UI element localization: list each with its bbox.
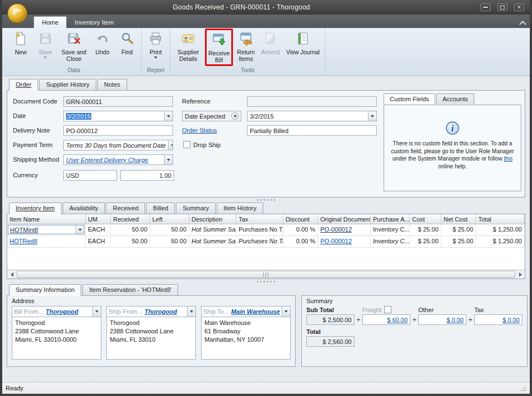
tab-summary[interactable]: Summary (176, 202, 216, 214)
ribbon-tab-inventory-item[interactable]: Inventory Item (67, 17, 122, 28)
tab-order[interactable]: Order (9, 79, 38, 91)
date-expected-selector[interactable]: Date Expected (182, 111, 241, 121)
amend-button[interactable]: Amend (258, 29, 283, 66)
supplier-details-button[interactable]: Supplier Details (172, 29, 204, 66)
net-cost-cell[interactable]: $ 25.00 (441, 224, 476, 235)
save-button[interactable]: Save (33, 29, 58, 66)
um-cell[interactable]: EACH (86, 236, 111, 247)
column-header-description[interactable]: Description (189, 214, 236, 224)
item-name-link[interactable]: HOTMint8 (10, 227, 38, 233)
tab-received[interactable]: Received (106, 202, 145, 214)
tab-supplier-history[interactable]: Supplier History (39, 79, 96, 90)
reference-field[interactable] (247, 96, 377, 107)
total-cell[interactable]: $ 1,250.00 (476, 224, 525, 235)
original-document-link[interactable]: PO-000012 (320, 238, 352, 244)
other-field[interactable]: $ 0.00 (418, 314, 466, 325)
date-expected-field[interactable]: 3/2/2015 (247, 111, 377, 121)
total-cell[interactable]: $ 1,250.00 (476, 236, 525, 247)
column-header-um[interactable]: UM (86, 214, 111, 224)
item-name-dropdown-icon[interactable] (76, 225, 84, 234)
ship-from-link[interactable]: Thorogood (144, 308, 187, 315)
original-document-link[interactable]: PO-000012 (320, 226, 352, 233)
column-header-left[interactable]: Left (150, 214, 189, 224)
column-header-net-cost[interactable]: Net Cost (441, 214, 476, 224)
other-value-link[interactable]: $ 0.00 (446, 317, 464, 323)
freight-value-link[interactable]: $ 60.00 (387, 317, 408, 323)
exchange-rate-field[interactable]: 1.00 (120, 170, 174, 181)
scrollbar-thumb[interactable] (17, 271, 515, 278)
date-dropdown-icon[interactable] (164, 111, 172, 121)
column-header-received[interactable]: Received (111, 214, 150, 224)
date-expected-selector-dropdown-icon[interactable] (231, 112, 239, 120)
new-button[interactable]: New (8, 29, 33, 66)
undo-button[interactable]: Undo (90, 29, 115, 66)
item-name-combo[interactable]: HOTMint8 (8, 225, 85, 234)
left-cell[interactable]: 50.00 (150, 224, 189, 235)
column-header-item-name[interactable]: Item Name (7, 214, 86, 224)
shipping-method-dropdown-icon[interactable] (164, 155, 172, 164)
tax-cell[interactable]: Purchases No Tax (236, 236, 283, 247)
bill-from-link[interactable]: Thorogood (46, 308, 92, 315)
discount-cell[interactable]: 0.00 % (283, 236, 318, 247)
um-cell[interactable]: EACH (86, 224, 111, 235)
description-cell[interactable]: Hot Summer Sand... (189, 224, 236, 235)
splitter-top[interactable] (7, 197, 525, 202)
close-button[interactable]: × (514, 3, 524, 11)
tab-accounts[interactable]: Accounts (436, 93, 474, 104)
tab-custom-fields[interactable]: Custom Fields (384, 93, 435, 104)
horizontal-scrollbar[interactable] (7, 270, 525, 279)
tab-billed[interactable]: Billed (146, 202, 175, 214)
find-button[interactable]: Find (115, 29, 139, 66)
description-cell[interactable]: Hot Summer Sanda... (189, 236, 236, 247)
column-header-total[interactable]: Total (476, 214, 525, 224)
resize-grip-icon[interactable] (519, 385, 526, 392)
net-cost-cell[interactable]: $ 25.00 (441, 236, 476, 247)
discount-cell[interactable]: 0.00 % (283, 224, 318, 235)
date-field[interactable]: 3/2/2015 (63, 111, 173, 121)
ship-to-dropdown-icon[interactable] (282, 307, 290, 317)
bill-from-dropdown-icon[interactable] (92, 307, 101, 317)
tax-cell[interactable]: Purchases No T... (236, 224, 283, 235)
return-items-button[interactable]: Return Items (234, 29, 258, 66)
document-code-field[interactable]: GRN-000011 (63, 96, 173, 107)
tax-value-link[interactable]: $ 0.00 (502, 317, 520, 323)
bill-from-combo[interactable]: Bill From... Thorogood (12, 306, 101, 317)
splitter-bottom[interactable] (7, 279, 525, 284)
receive-bill-button[interactable]: Receive Bill (207, 30, 231, 64)
received-cell[interactable]: 50.00 (111, 236, 150, 247)
item-name-cell[interactable]: HOTMint8 (7, 224, 86, 235)
payment-term-field[interactable]: Terms 30 Days from Document Date (63, 140, 173, 150)
scroll-right-button[interactable] (516, 270, 525, 279)
column-header-cost[interactable]: Cost (410, 214, 441, 224)
ship-from-dropdown-icon[interactable] (187, 307, 195, 317)
collapse-ribbon-chevron-icon[interactable] (520, 20, 525, 25)
save-and-close-button[interactable]: Save and Close (58, 29, 90, 66)
tab-summary-information[interactable]: Summary Information (9, 284, 81, 296)
cost-cell[interactable]: $ 25.00 (410, 236, 441, 247)
print-button[interactable]: Print (143, 29, 168, 66)
order-status-link[interactable]: Order Status (182, 127, 217, 134)
drop-ship-checkbox[interactable] (183, 141, 190, 148)
freight-field[interactable]: $ 60.00 (362, 314, 410, 325)
purchase-account-cell[interactable]: Inventory C... (371, 236, 410, 247)
view-journal-button[interactable]: View Journal (283, 29, 323, 66)
purchase-account-cell[interactable]: Inventory C... (371, 224, 410, 235)
column-header-discount[interactable]: Discount (283, 214, 318, 224)
app-logo[interactable] (6, 2, 29, 26)
freight-checkbox[interactable] (384, 306, 391, 313)
shipping-method-field[interactable]: User Entered Delivery Charge (63, 154, 173, 165)
ship-to-address[interactable]: Main Warehouse 61 Broadway Manhattan, NY… (201, 317, 291, 360)
delivery-note-field[interactable]: PO-000012 (63, 125, 173, 136)
online-help-link[interactable]: this (504, 155, 513, 162)
shipping-method-value[interactable]: User Entered Delivery Charge (66, 157, 148, 163)
tab-inventory-item-grid[interactable]: Inventory Item (9, 202, 62, 214)
left-cell[interactable]: 50.00 (150, 236, 189, 247)
ship-from-address[interactable]: Thorogood 2388 Cottonwood Lane Miami, FL… (106, 317, 196, 360)
column-header-original-document[interactable]: Original Document (318, 214, 371, 224)
minimize-button[interactable] (480, 3, 491, 11)
tab-notes[interactable]: Notes (97, 79, 127, 90)
cost-cell[interactable]: $ 25.00 (410, 224, 441, 235)
ship-to-combo[interactable]: Ship To... Main Warehouse (201, 306, 291, 317)
table-row[interactable]: HOTRed8 EACH 50.00 50.00 Hot Summer Sand… (7, 236, 525, 248)
bill-from-address[interactable]: Thorogood 2388 Cottonwood Lane Miami, FL… (12, 317, 101, 360)
